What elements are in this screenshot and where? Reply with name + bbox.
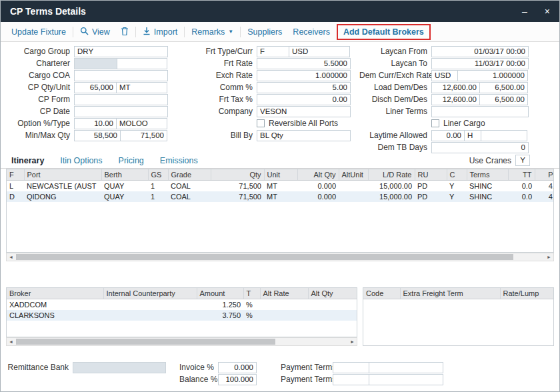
- laycan-from-field[interactable]: 01/03/17 00:00: [431, 46, 529, 57]
- cell[interactable]: XADDCOM: [7, 299, 103, 311]
- delete-button[interactable]: [115, 25, 134, 39]
- cell[interactable]: PD: [415, 181, 447, 192]
- table-row[interactable]: DQIDONGQUAY1COAL71,500MT0.00015,000.00PD…: [7, 191, 554, 202]
- scroll-thumb[interactable]: [16, 254, 513, 260]
- close-button[interactable]: ×: [545, 7, 550, 16]
- remarks-dropdown-button[interactable]: Remarks ▼: [186, 25, 239, 39]
- charterer-field[interactable]: [117, 58, 167, 69]
- suppliers-button[interactable]: Suppliers: [242, 25, 287, 39]
- cell[interactable]: Y: [447, 181, 467, 192]
- scroll-right-icon[interactable]: ►: [545, 253, 553, 261]
- table-row[interactable]: CLARKSONS3.750%: [7, 310, 357, 321]
- cell[interactable]: 1: [148, 191, 168, 202]
- remittance-bank-field[interactable]: [73, 362, 166, 373]
- update-fixture-button[interactable]: Update Fixture: [6, 25, 71, 39]
- import-button[interactable]: Import: [137, 25, 183, 39]
- cargo-group-field[interactable]: DRY: [74, 46, 168, 57]
- scroll-left-icon[interactable]: ◄: [7, 253, 15, 261]
- cell[interactable]: QUAY: [101, 181, 148, 192]
- cell[interactable]: 15,000.00: [368, 191, 415, 202]
- cell[interactable]: PD: [415, 191, 447, 202]
- cell[interactable]: 1: [148, 181, 168, 192]
- cell[interactable]: D: [7, 191, 24, 202]
- payment-terms-field[interactable]: [369, 362, 443, 373]
- tab-itin-options[interactable]: Itin Options: [60, 156, 102, 165]
- scroll-right-icon[interactable]: ►: [348, 338, 357, 345]
- use-cranes-field[interactable]: Y: [515, 155, 530, 166]
- cell[interactable]: 3.750: [197, 310, 243, 321]
- cell[interactable]: [339, 181, 368, 192]
- tab-itinerary[interactable]: Itinerary: [11, 156, 44, 165]
- table-row[interactable]: XADDCOM1.250%: [7, 299, 357, 311]
- cp-unit-field[interactable]: MT: [116, 82, 167, 93]
- cell[interactable]: [308, 310, 357, 321]
- cell[interactable]: 15,000.00: [368, 181, 415, 192]
- view-button[interactable]: View: [75, 25, 115, 39]
- bill-by-field[interactable]: BL Qty: [257, 130, 351, 141]
- cell[interactable]: [103, 299, 197, 311]
- dem-exch-rate-field[interactable]: 1.000000: [457, 70, 528, 81]
- laytime-unit-field[interactable]: H: [464, 130, 481, 141]
- payment-terms-code-field[interactable]: [333, 362, 369, 373]
- tab-pricing[interactable]: Pricing: [119, 156, 144, 165]
- scroll-track[interactable]: [15, 253, 545, 261]
- reversible-all-ports-checkbox[interactable]: [257, 119, 265, 127]
- invoice-pct-field[interactable]: 0.000: [218, 362, 257, 373]
- disch-des-field[interactable]: 6,500.00: [479, 94, 528, 105]
- option-type-field[interactable]: MOLOO: [116, 118, 167, 129]
- dem-tb-days-field[interactable]: 0: [431, 142, 529, 153]
- frt-rate-field[interactable]: 5.5000: [257, 58, 351, 69]
- brokers-hscrollbar[interactable]: ◄ ►: [6, 337, 357, 346]
- max-qty-field[interactable]: 71,500: [120, 130, 167, 141]
- cell[interactable]: MT: [264, 191, 297, 202]
- cell[interactable]: 0.0: [508, 181, 535, 192]
- add-default-brokers-button[interactable]: Add Default Brokers: [341, 26, 427, 38]
- cell[interactable]: QIDONG: [24, 191, 101, 202]
- cell[interactable]: 0.0: [508, 191, 535, 202]
- cell[interactable]: 0.000: [297, 181, 339, 192]
- cell[interactable]: 71,500: [211, 181, 264, 192]
- cell[interactable]: [260, 310, 308, 321]
- laycan-to-field[interactable]: 11/03/17 00:00: [431, 58, 529, 69]
- disch-dem-field[interactable]: 12,600.00: [431, 94, 480, 105]
- frt-curr-field[interactable]: USD: [289, 46, 350, 57]
- cell[interactable]: SHINC: [467, 181, 508, 192]
- cp-qty-field[interactable]: 65,000: [74, 82, 117, 93]
- scroll-left-icon[interactable]: ◄: [7, 338, 15, 345]
- cell[interactable]: SHINC: [467, 191, 508, 202]
- cell[interactable]: [308, 299, 357, 311]
- cell[interactable]: CLARKSONS: [7, 310, 103, 321]
- cp-date-field[interactable]: [74, 106, 168, 117]
- charterer-code-field[interactable]: [74, 58, 117, 69]
- option-pct-field[interactable]: 10.00: [74, 118, 117, 129]
- cell[interactable]: MT: [264, 181, 297, 192]
- scroll-thumb[interactable]: [16, 339, 275, 345]
- minimize-button[interactable]: –: [522, 7, 527, 16]
- laytime-allowed-field[interactable]: 0.00: [431, 130, 465, 141]
- payment-terms-field[interactable]: [369, 374, 443, 385]
- frt-type-field[interactable]: F: [257, 46, 289, 57]
- cell[interactable]: 0.000: [297, 191, 339, 202]
- payment-terms-code-field[interactable]: [333, 374, 369, 385]
- cell[interactable]: NEWCASTLE (AUST: [24, 181, 101, 192]
- cell[interactable]: %: [243, 299, 260, 311]
- exch-rate-field[interactable]: 1.000000: [257, 70, 351, 81]
- cell[interactable]: [260, 299, 308, 311]
- table-row[interactable]: LNEWCASTLE (AUSTQUAY1COAL71,500MT0.00015…: [7, 181, 554, 192]
- cell[interactable]: 4.7: [535, 181, 554, 192]
- frt-tax-pct-field[interactable]: 0.00: [257, 94, 351, 105]
- cell[interactable]: L: [7, 181, 24, 192]
- receivers-button[interactable]: Receivers: [287, 25, 335, 39]
- cp-form-field[interactable]: [74, 94, 168, 105]
- cell[interactable]: Y: [447, 191, 467, 202]
- cell[interactable]: [103, 310, 197, 321]
- tab-emissions[interactable]: Emissions: [160, 156, 198, 165]
- cell[interactable]: 71,500: [211, 191, 264, 202]
- cargo-coa-field[interactable]: [74, 70, 168, 81]
- cell[interactable]: QUAY: [101, 191, 148, 202]
- cell[interactable]: %: [243, 310, 260, 321]
- balance-pct-field[interactable]: 100.000: [218, 374, 257, 385]
- comm-pct-field[interactable]: 5.00: [257, 82, 351, 93]
- min-qty-field[interactable]: 58,500: [74, 130, 121, 141]
- cell[interactable]: COAL: [168, 191, 211, 202]
